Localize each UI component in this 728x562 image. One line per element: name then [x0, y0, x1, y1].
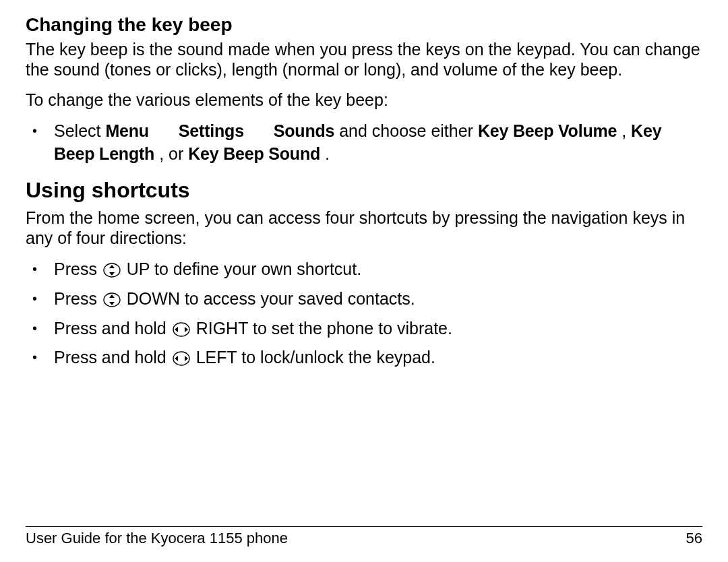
- text-left-lock: LEFT to lock/unlock the keypad.: [196, 348, 435, 367]
- text-and-choose: and choose either: [339, 121, 478, 140]
- text-comma: ,: [621, 121, 631, 140]
- list-item: Select Menu Settings Sounds and choose e…: [26, 120, 702, 166]
- svg-marker-1: [109, 265, 115, 268]
- bullet-list-key-beep: Select Menu Settings Sounds and choose e…: [26, 120, 702, 166]
- list-item: Press and hold LEFT to lock/unlock the k…: [26, 346, 702, 372]
- option-key-beep-sound: Key Beep Sound: [188, 144, 320, 163]
- list-item: Press and hold RIGHT to set the phone to…: [26, 317, 702, 343]
- heading-changing-key-beep: Changing the key beep: [26, 13, 702, 36]
- page: Changing the key beep The key beep is th…: [0, 0, 728, 562]
- svg-marker-7: [175, 327, 178, 332]
- menu-path-menu: Menu: [105, 121, 148, 140]
- svg-marker-2: [109, 272, 115, 276]
- svg-marker-5: [109, 302, 115, 305]
- text-up-define: UP to define your own shortcut.: [127, 259, 361, 278]
- svg-marker-8: [185, 327, 188, 332]
- text-press: Press: [54, 289, 102, 308]
- footer-guide-title: User Guide for the Kyocera 1155 phone: [26, 530, 288, 547]
- text-down-contacts: DOWN to access your saved contacts.: [127, 289, 415, 308]
- option-key-beep-volume: Key Beep Volume: [478, 121, 617, 140]
- page-number: 56: [686, 530, 702, 547]
- text-select: Select: [54, 121, 100, 140]
- text-press-hold: Press and hold: [54, 348, 171, 367]
- heading-using-shortcuts: Using shortcuts: [26, 177, 702, 203]
- text-period: .: [325, 144, 330, 163]
- svg-marker-4: [109, 294, 115, 298]
- paragraph-shortcuts-intro: From the home screen, you can access fou…: [26, 208, 702, 249]
- list-item: Press DOWN to access your saved contacts…: [26, 288, 702, 313]
- nav-key-left-right-icon: [173, 349, 190, 372]
- list-item: Press UP to define your own shortcut.: [26, 258, 702, 284]
- page-footer: User Guide for the Kyocera 1155 phone 56: [26, 526, 702, 547]
- text-or: , or: [159, 144, 188, 163]
- text-press-hold: Press and hold: [54, 319, 171, 338]
- menu-path-sounds: Sounds: [274, 121, 334, 140]
- menu-path-settings: Settings: [179, 121, 244, 140]
- svg-marker-11: [185, 356, 188, 361]
- paragraph-key-beep-description: The key beep is the sound made when you …: [26, 39, 702, 81]
- paragraph-to-change: To change the various elements of the ke…: [26, 90, 702, 111]
- footer-divider: [26, 526, 702, 527]
- nav-key-left-right-icon: [173, 320, 190, 343]
- bullet-list-shortcuts: Press UP to define your own shortcut. Pr…: [26, 258, 702, 372]
- text-right-vibrate: RIGHT to set the phone to vibrate.: [196, 319, 452, 338]
- nav-key-up-down-icon: [103, 290, 121, 313]
- svg-marker-10: [175, 356, 178, 361]
- nav-key-up-down-icon: [103, 261, 121, 284]
- text-press: Press: [54, 259, 102, 278]
